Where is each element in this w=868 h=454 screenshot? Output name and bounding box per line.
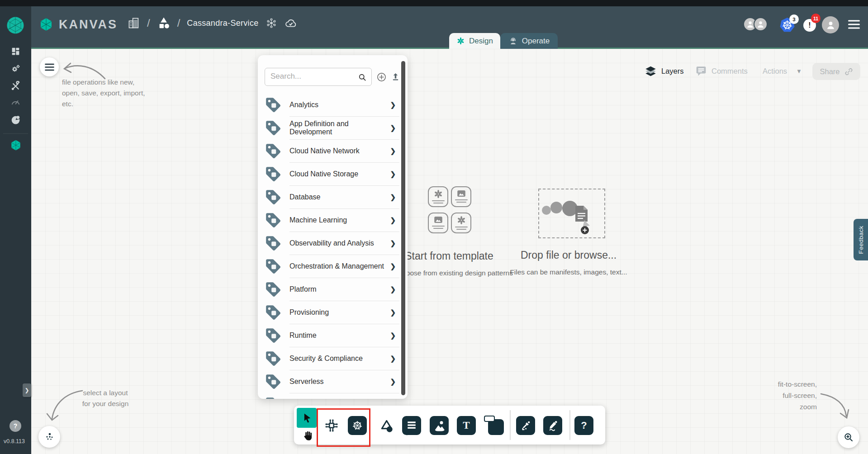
category-row-provisioning[interactable]: Provisioning ❯: [258, 301, 408, 324]
annotation-line: for your design: [78, 398, 133, 409]
category-row-cloud-native-storage[interactable]: Cloud Native Storage ❯: [258, 162, 408, 185]
window-top-strip: [0, 0, 868, 6]
shapes-icon: [378, 417, 394, 434]
pan-hand-tool[interactable]: [299, 428, 315, 443]
zoom-annotation: fit-to-screen, full-screen, zoom: [769, 378, 817, 412]
category-label: App Definition and Development: [289, 120, 390, 136]
pencil-tool[interactable]: [543, 416, 562, 435]
panel-scrollbar[interactable]: [401, 61, 405, 395]
image-tool[interactable]: [430, 416, 449, 435]
annotation-line: fit-to-screen,: [769, 378, 817, 390]
kubernetes-components-tool[interactable]: [348, 416, 367, 435]
tile-line: [456, 229, 466, 230]
design-name[interactable]: Cassandra-Service: [187, 19, 258, 28]
sidebar-expand-button[interactable]: ❯: [23, 383, 31, 397]
annotation-line: select a layout: [78, 388, 133, 398]
chevron-right-icon: ❯: [390, 193, 396, 201]
category-tag-icon: [265, 166, 282, 183]
share-label: Share: [820, 67, 840, 76]
start-from-template-button[interactable]: [428, 186, 473, 236]
chevron-right-icon: ❯: [390, 124, 396, 132]
actions-dropdown[interactable]: Actions ▼: [763, 67, 802, 76]
category-label: Orchestration & Management: [289, 262, 390, 270]
template-title[interactable]: Start from template: [405, 250, 493, 262]
comment-tool[interactable]: [402, 416, 421, 435]
category-label: Serverless: [289, 378, 390, 386]
pinwheel-icon: [456, 215, 466, 225]
chevron-right-icon: ❯: [390, 239, 396, 247]
text-tool[interactable]: T: [457, 416, 476, 435]
tile-line: [432, 226, 445, 227]
category-label: Provisioning: [289, 308, 390, 317]
kanvas-sidebar-icon[interactable]: [0, 139, 31, 151]
zoom-controls-button[interactable]: [838, 426, 859, 448]
search-input[interactable]: [270, 68, 351, 85]
category-row-partial[interactable]: [258, 393, 408, 399]
feedback-tab[interactable]: Feedback: [854, 219, 868, 260]
category-row-database[interactable]: Database ❯: [258, 185, 408, 208]
search-field[interactable]: [265, 68, 372, 86]
notifications-button[interactable]: ! 11: [803, 19, 816, 32]
help-button[interactable]: ?: [9, 420, 21, 432]
tools-icon[interactable]: [0, 81, 31, 91]
category-row-analytics[interactable]: Analytics ❯: [258, 93, 408, 116]
toolbar-divider: [510, 410, 511, 440]
category-row-runtime[interactable]: Runtime ❯: [258, 324, 408, 347]
category-row-serverless[interactable]: Serverless ❯: [258, 370, 408, 393]
category-tag-icon: [265, 327, 282, 344]
tab-design[interactable]: Design: [449, 33, 500, 49]
catalog-sphere-icon[interactable]: [0, 115, 31, 125]
category-row-security[interactable]: Security & Compliance ❯: [258, 347, 408, 370]
kubernetes-count-badge: 3: [789, 14, 799, 24]
performance-gauge-icon[interactable]: [0, 97, 31, 107]
share-button[interactable]: Share: [812, 63, 860, 80]
kanvas-app: ❯ ? v0.8.113 KANVAS / / Cassandra-Servic…: [0, 0, 868, 454]
drop-title[interactable]: Drop file or browse...: [521, 249, 617, 261]
actions-label: Actions: [763, 67, 787, 76]
category-row-orchestration[interactable]: Orchestration & Management ❯: [258, 255, 408, 278]
layers-button[interactable]: Layers: [645, 65, 684, 77]
workspace-shapes-icon[interactable]: [157, 16, 171, 30]
organization-icon[interactable]: [128, 16, 140, 30]
category-tag-icon: [265, 258, 282, 275]
category-row-cloud-native-network[interactable]: Cloud Native Network ❯: [258, 139, 408, 162]
shapes-tool[interactable]: [377, 416, 395, 435]
comments-button[interactable]: Comments: [695, 65, 748, 77]
brand-lockup[interactable]: KANVAS: [39, 17, 118, 32]
sticky-shapes-tool[interactable]: [484, 415, 505, 436]
kubernetes-context-switcher[interactable]: 3: [779, 17, 795, 35]
component-shapes-tool[interactable]: [322, 416, 342, 435]
menu-hamburger-icon[interactable]: [848, 19, 860, 29]
design-graph-icon[interactable]: [266, 17, 277, 29]
collaborator-avatar-2[interactable]: [754, 17, 768, 31]
person-icon: [756, 19, 765, 29]
pen-tool[interactable]: [516, 416, 535, 435]
category-label: Runtime: [289, 331, 390, 340]
layout-annotation: select a layout for your design: [78, 388, 133, 409]
breadcrumb-separator-2: /: [177, 17, 180, 29]
select-tool-active[interactable]: [297, 408, 317, 428]
cloud-sync-icon[interactable]: [284, 17, 298, 29]
category-label: Cloud Native Network: [289, 147, 390, 155]
help-tool[interactable]: ?: [574, 416, 593, 435]
image-icon: [455, 189, 467, 198]
annotation-line: open, save, export, import,: [62, 88, 155, 99]
dashboard-icon[interactable]: [0, 47, 31, 56]
category-tag-icon: [265, 235, 282, 252]
add-component-icon[interactable]: [376, 72, 387, 82]
category-row-platform[interactable]: Platform ❯: [258, 278, 408, 301]
import-upload-icon[interactable]: [390, 72, 401, 82]
canvas-menu-button[interactable]: [40, 57, 59, 76]
category-row-observability[interactable]: Observability and Analysis ❯: [258, 232, 408, 255]
layout-selector-button[interactable]: [38, 426, 60, 448]
category-row-machine-learning[interactable]: Machine Learning ❯: [258, 208, 408, 232]
category-label: Observability and Analysis: [289, 239, 390, 247]
settings-gears-icon[interactable]: [0, 63, 31, 74]
tab-operate[interactable]: Operate: [500, 33, 558, 49]
category-row-app-definition[interactable]: App Definition and Development ❯: [258, 116, 408, 139]
drop-file-zone[interactable]: [538, 189, 605, 238]
meshery-ball-logo[interactable]: [6, 16, 24, 34]
annotation-arrow: [819, 388, 851, 421]
circuit-node-icon: [323, 416, 341, 435]
user-avatar[interactable]: [822, 16, 839, 33]
